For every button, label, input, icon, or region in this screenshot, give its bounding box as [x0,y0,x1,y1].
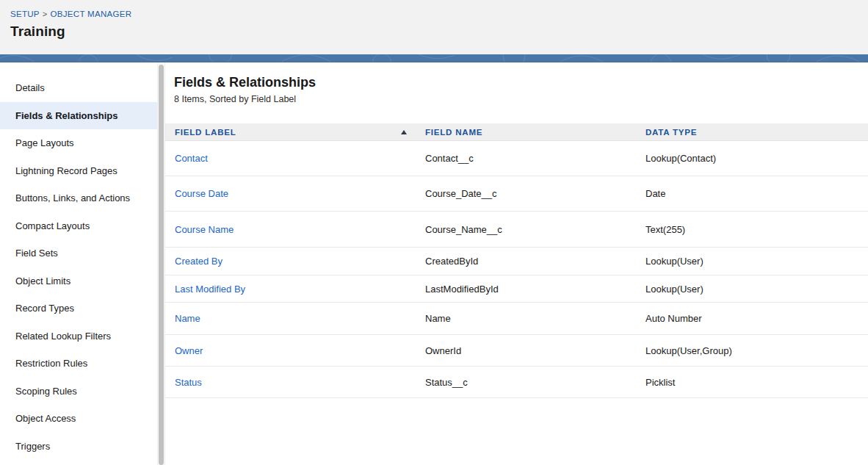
sidebar-item-label: Lightning Record Pages [15,165,117,176]
sidebar-item[interactable]: Triggers [0,433,157,461]
field-label-cell: Course Name [165,212,416,247]
field-name-cell: Name [416,303,636,334]
field-name-cell: Course_Date__c [416,176,636,211]
field-label-link[interactable]: Course Name [175,224,234,235]
sidebar-nav-list: Details Fields & Relationships Page Layo… [0,62,157,460]
data-type-cell: Lookup(User) [636,275,868,302]
table-row: Course Date Course_Date__c Date [165,176,868,212]
sidebar-item-label: Object Limits [15,275,70,286]
field-label-cell: Created By [165,248,416,275]
field-label-link[interactable]: Created By [175,256,223,267]
field-label-link[interactable]: Contact [175,153,208,164]
sidebar-item[interactable]: Details [0,74,157,102]
data-type-cell: Lookup(User,Group) [636,335,868,366]
sort-ascending-icon [401,130,407,134]
sidebar-item[interactable]: Page Layouts [0,129,157,157]
field-label-link[interactable]: Course Date [175,188,228,199]
sidebar-item-label: Fields & Relationships [15,110,117,121]
sidebar-item-label: Object Access [15,413,76,424]
field-label-link[interactable]: Name [175,313,200,324]
sidebar-item-label: Related Lookup Filters [15,331,111,342]
field-label-link[interactable]: Owner [175,345,203,356]
brand-band [0,54,868,62]
data-type-cell: Date [636,176,868,211]
table-header-row: FIELD LABEL FIELD NAME DATA TYPE [165,123,868,141]
data-type-cell: Picklist [636,367,868,397]
sidebar-item[interactable]: Lightning Record Pages [0,157,157,185]
field-name-cell: CreatedById [416,248,636,275]
field-label-cell: Course Date [165,176,416,211]
field-label-cell: Contact [165,141,416,176]
breadcrumb-link-object-manager[interactable]: OBJECT MANAGER [51,10,132,18]
column-header-field-label[interactable]: FIELD LABEL [165,123,416,140]
sidebar-item[interactable]: Object Limits [0,267,157,295]
sidebar-item[interactable]: Restriction Rules [0,350,157,378]
breadcrumb: SETUP>OBJECT MANAGER [10,10,868,18]
item-count-sort-summary: 8 Items, Sorted by Field Label [174,94,868,104]
field-name-cell: LastModifiedById [416,275,636,302]
field-name-cell: OwnerId [416,335,636,366]
main-content: Fields & Relationships 8 Items, Sorted b… [165,62,868,465]
sidebar-item-label: Record Types [15,303,74,314]
sidebar-item[interactable]: Buttons, Links, and Actions [0,184,157,212]
sidebar-item-label: Scoping Rules [15,386,77,397]
sidebar-item-label: Buttons, Links, and Actions [15,192,130,203]
sidebar-scrollbar-thumb[interactable] [159,65,164,465]
field-name-cell: Course_Name__c [416,212,636,247]
sidebar-item-label: Field Sets [15,248,58,259]
sidebar-item[interactable]: Field Sets [0,239,157,267]
sidebar-item[interactable]: Fields & Relationships [0,102,157,130]
field-label-cell: Owner [165,335,416,366]
table-row: Owner OwnerId Lookup(User,Group) [165,335,868,367]
table-row: Last Modified By LastModifiedById Lookup… [165,275,868,303]
field-label-link[interactable]: Status [175,377,202,388]
sidebar-item[interactable]: Record Types [0,295,157,322]
table-row: Status Status__c Picklist [165,367,868,398]
sidebar-item[interactable]: Scoping Rules [0,378,157,405]
setup-header: SETUP>OBJECT MANAGER Training [0,0,868,54]
page-title: Training [10,24,868,40]
sidebar-item-label: Page Layouts [15,137,74,148]
object-manager-sidebar: Details Fields & Relationships Page Layo… [0,62,157,465]
field-label-cell: Name [165,303,416,334]
sidebar-item-label: Restriction Rules [15,358,87,369]
table-row: Created By CreatedById Lookup(User) [165,248,868,275]
table-row: Contact Contact__c Lookup(Contact) [165,141,868,176]
field-label-cell: Last Modified By [165,275,416,302]
table-row: Course Name Course_Name__c Text(255) [165,212,868,248]
data-type-cell: Lookup(Contact) [636,141,868,176]
sidebar-item-label: Details [15,82,45,93]
sidebar-item-label: Triggers [15,441,50,452]
table-body: Contact Contact__c Lookup(Contact) Cours… [165,141,868,398]
column-header-data-type[interactable]: DATA TYPE [636,123,868,140]
table-row: Name Name Auto Number [165,303,868,335]
data-type-cell: Lookup(User) [636,248,868,275]
sidebar-item[interactable]: Object Access [0,405,157,433]
brand-band-pattern [0,54,868,62]
sidebar-scrollbar[interactable] [157,62,165,465]
column-header-field-name[interactable]: FIELD NAME [416,123,636,140]
sidebar-item-label: Compact Layouts [15,220,90,231]
section-title: Fields & Relationships [174,75,868,90]
field-label-link[interactable]: Last Modified By [175,284,245,295]
data-type-cell: Auto Number [636,303,868,334]
breadcrumb-separator: > [43,10,48,18]
data-type-cell: Text(255) [636,212,868,247]
field-name-cell: Contact__c [416,141,636,176]
fields-table: FIELD LABEL FIELD NAME DATA TYPE Contact… [165,123,868,398]
field-label-cell: Status [165,367,416,397]
sidebar-item[interactable]: Compact Layouts [0,212,157,240]
sidebar-item[interactable]: Related Lookup Filters [0,322,157,350]
field-name-cell: Status__c [416,367,636,397]
breadcrumb-link-setup[interactable]: SETUP [10,10,40,18]
